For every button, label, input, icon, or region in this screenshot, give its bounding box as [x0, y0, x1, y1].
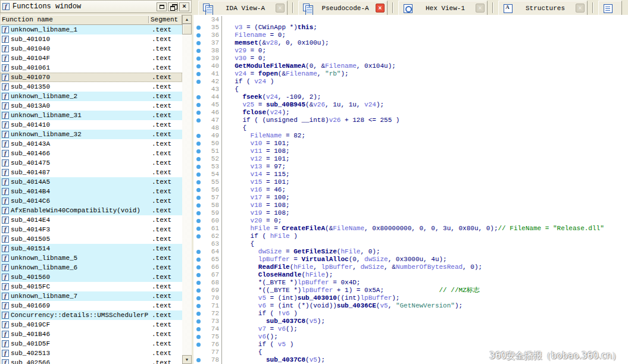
address-dot[interactable] — [196, 103, 201, 107]
code-line[interactable]: 76 if ( v5 ) — [193, 341, 628, 349]
address-dot[interactable] — [196, 172, 201, 177]
code-line[interactable]: 38 v29 = 0; — [193, 47, 628, 55]
function-row[interactable]: funknown_libname_31.text — [1, 111, 182, 120]
column-header-function-name[interactable]: Function name — [1, 16, 148, 23]
function-row[interactable]: fsub_401B46.text — [1, 330, 182, 339]
code-line[interactable]: 72 if ( !v6 ) — [193, 310, 628, 318]
address-dot[interactable] — [196, 335, 201, 339]
function-row[interactable]: funknown_libname_32.text — [1, 130, 182, 139]
function-row[interactable]: fsub_4014B4.text — [1, 187, 182, 196]
function-row[interactable]: fsub_401350.text — [1, 82, 182, 92]
code-line[interactable]: 37 memset(&v28, 0, 0x100u); — [193, 39, 628, 47]
address-dot[interactable] — [196, 304, 201, 308]
code-line[interactable]: 52 v12 = 101; — [193, 155, 628, 163]
code-line[interactable]: 49 FileName = 82; — [193, 132, 628, 140]
address-dot[interactable] — [196, 358, 201, 362]
function-row[interactable]: funknown_libname_1.text — [1, 25, 182, 34]
code-line[interactable]: 64 dwSize = GetFileSize(hFile, 0); — [193, 248, 628, 256]
code-line[interactable]: 70 v5 = (int)sub_403010((int)lpBuffer); — [193, 294, 628, 302]
function-row[interactable]: fsub_4014A5.text — [1, 177, 182, 187]
function-row[interactable]: fsub_4014C6.text — [1, 196, 182, 206]
scrollbar-thumb[interactable] — [182, 24, 192, 34]
code-line[interactable]: 41 v24 = fopen(&Filename, "rb"); — [193, 70, 628, 78]
code-line[interactable]: 46 fclose(v24); — [193, 109, 628, 117]
restore-button[interactable] — [168, 2, 178, 11]
address-dot[interactable] — [196, 111, 201, 115]
code-line[interactable]: 54 v14 = 115; — [193, 171, 628, 178]
tab-close-button[interactable]: × — [276, 4, 285, 12]
code-line[interactable]: 75 v6(); — [193, 333, 628, 341]
code-line[interactable]: 39 v30 = 0; — [193, 55, 628, 62]
code-line[interactable]: 69 *((_BYTE *)lpBuffer + 1) = 0x5A; // /… — [193, 287, 628, 294]
code-line[interactable]: 60 v20 = 0; — [193, 217, 628, 225]
code-line[interactable]: 77 { — [193, 349, 628, 356]
function-row[interactable]: fsub_40143A.text — [1, 139, 182, 149]
code-line[interactable]: 62 if ( hFile ) — [193, 233, 628, 240]
address-dot[interactable] — [196, 95, 201, 99]
tab-pseudocode-a[interactable]: Pseudocode-A× — [298, 1, 388, 15]
address-dot[interactable] — [196, 57, 201, 61]
pseudocode-view[interactable]: 3435 v3 = (CWinApp *)this;36 Filename = … — [193, 15, 628, 364]
close-button[interactable]: × — [179, 2, 189, 11]
scrollbar-track[interactable] — [182, 34, 192, 355]
tab-ida-view-a[interactable]: IDA View-A× — [198, 1, 288, 15]
functions-scrollbar[interactable]: ▲ ▼ — [182, 15, 192, 364]
function-row[interactable]: funknown_libname_6.text — [1, 263, 182, 272]
address-dot[interactable] — [196, 296, 201, 300]
address-dot[interactable] — [196, 265, 201, 269]
address-dot[interactable] — [196, 234, 201, 239]
address-dot[interactable] — [196, 258, 201, 262]
code-line[interactable]: 36 Filename = 0; — [193, 32, 628, 39]
address-dot[interactable] — [196, 211, 201, 215]
address-dot[interactable] — [196, 64, 201, 68]
function-row[interactable]: funknown_libname_7.text — [1, 291, 182, 301]
address-dot[interactable] — [196, 180, 201, 184]
address-dot[interactable] — [196, 288, 201, 293]
code-line[interactable]: 66 ReadFile(hFile, lpBuffer, dwSize, &Nu… — [193, 263, 628, 271]
address-dot[interactable] — [196, 273, 201, 277]
function-row[interactable]: fAfxEnableWin40Compatibility(void).text — [1, 206, 182, 215]
address-dot[interactable] — [196, 149, 201, 153]
address-dot[interactable] — [196, 281, 201, 285]
function-row[interactable]: fsub_401505.text — [1, 234, 182, 244]
tab-close-button[interactable]: × — [576, 4, 585, 12]
function-row[interactable]: fsub_401560.text — [1, 272, 182, 282]
function-row[interactable]: fsub_401040.text — [1, 44, 182, 54]
code-line[interactable]: 63 { — [193, 240, 628, 248]
code-line[interactable]: 50 v10 = 101; — [193, 140, 628, 148]
address-dot[interactable] — [196, 165, 201, 169]
function-row[interactable]: fsub_4015FC.text — [1, 282, 182, 291]
column-header-segment[interactable]: Segment — [148, 16, 182, 23]
function-row[interactable]: funknown_libname_5.text — [1, 253, 182, 263]
tab-hex-view-1[interactable]: Hex View-1× — [398, 1, 488, 15]
scroll-up-button[interactable]: ▲ — [182, 15, 192, 24]
address-dot[interactable] — [196, 134, 201, 138]
address-dot[interactable] — [196, 327, 201, 331]
tab-close-button[interactable]: × — [476, 4, 485, 12]
code-line[interactable]: 48 { — [193, 124, 628, 132]
function-row[interactable]: fsub_4014F3.text — [1, 225, 182, 234]
address-dot[interactable] — [196, 196, 201, 200]
function-row[interactable]: fsub_401410.text — [1, 120, 182, 130]
address-dot[interactable] — [196, 343, 201, 347]
code-line[interactable]: 56 v16 = 46; — [193, 186, 628, 194]
address-dot[interactable] — [196, 118, 201, 123]
address-dot[interactable] — [196, 80, 201, 84]
function-row[interactable]: fsub_40104F.text — [1, 54, 182, 63]
address-dot[interactable] — [196, 319, 201, 324]
code-line[interactable]: 44 fseek(v24, -109, 2); — [193, 93, 628, 101]
code-line[interactable]: 59 v19 = 108; — [193, 209, 628, 217]
scroll-down-button[interactable]: ▼ — [182, 355, 192, 364]
address-dot[interactable] — [196, 72, 201, 76]
code-line[interactable]: 55 v15 = 101; — [193, 178, 628, 186]
function-row[interactable]: fConcurrency::details::UMSSchedulerProx·… — [1, 310, 182, 320]
code-line[interactable]: 74 v7 = v6(); — [193, 325, 628, 333]
code-line[interactable]: 43 { — [193, 86, 628, 93]
code-line[interactable]: 47 if ( (unsigned __int8)v26 + 128 <= 25… — [193, 117, 628, 124]
function-row[interactable]: fsub_401475.text — [1, 158, 182, 168]
function-row[interactable]: fsub_4019CF.text — [1, 320, 182, 330]
function-row[interactable]: fsub_401D5F.text — [1, 339, 182, 349]
code-line[interactable]: 42 if ( v24 ) — [193, 78, 628, 86]
code-line[interactable]: 65 lpBuffer = VirtualAlloc(0, dwSize, 0x… — [193, 256, 628, 263]
code-line[interactable]: 78 sub_4037C8(v5); — [193, 356, 628, 364]
